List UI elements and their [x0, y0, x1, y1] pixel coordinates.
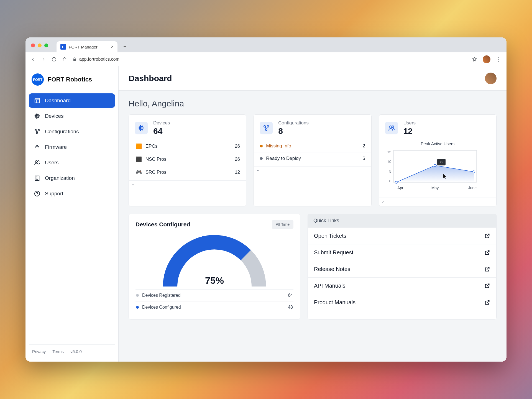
back-icon[interactable] — [30, 57, 35, 62]
sidebar-nav: Dashboard Devices Configurations Firmwar… — [29, 93, 115, 201]
user-avatar[interactable] — [485, 73, 497, 84]
config-row[interactable]: Missing Info2 — [254, 140, 371, 152]
url-display[interactable]: app.fortrobotics.com — [73, 57, 467, 62]
sidebar-item-label: Firmware — [45, 144, 67, 150]
home-icon[interactable] — [62, 57, 67, 62]
external-link-icon — [484, 300, 490, 306]
config-icon — [34, 128, 40, 135]
footer-privacy-link[interactable]: Privacy — [32, 349, 46, 354]
status-dot-neutral-icon — [260, 157, 263, 160]
svg-rect-1 — [36, 115, 39, 118]
svg-text:75%: 75% — [205, 275, 224, 286]
sidebar-item-support[interactable]: Support — [29, 186, 115, 201]
svg-point-17 — [392, 126, 394, 127]
new-tab-button[interactable]: + — [121, 42, 129, 51]
card-title: Configurations — [278, 120, 309, 126]
collapse-toggle[interactable] — [379, 198, 496, 206]
sidebar-item-devices[interactable]: Devices — [29, 109, 115, 123]
device-row[interactable]: 🟧EPCs26 — [129, 140, 246, 153]
config-row[interactable]: Ready to Deploy6 — [254, 152, 371, 165]
star-icon[interactable] — [472, 57, 477, 62]
firmware-icon — [34, 144, 40, 150]
footer-terms-link[interactable]: Terms — [52, 349, 64, 354]
sidebar-item-label: Devices — [45, 113, 64, 119]
src-icon: 🎮 — [135, 169, 143, 175]
chip-icon — [135, 122, 148, 134]
close-tab-icon[interactable]: × — [111, 45, 114, 49]
quicklink-submit-request[interactable]: Submit Request — [308, 244, 496, 261]
svg-rect-0 — [35, 98, 40, 103]
sidebar-item-configurations[interactable]: Configurations — [29, 124, 115, 139]
svg-point-5 — [36, 132, 38, 134]
external-link-icon — [484, 283, 490, 289]
minimize-window-button[interactable] — [38, 44, 42, 47]
legend-row: Devices Registered64 — [135, 289, 293, 301]
svg-rect-12 — [140, 127, 142, 129]
browser-tab[interactable]: F FORT Manager × — [57, 41, 117, 52]
legend-dot-icon — [136, 294, 139, 297]
svg-text:5: 5 — [389, 169, 391, 173]
tab-title: FORT Manager — [69, 45, 98, 49]
brand-logo: FORT — [32, 73, 44, 86]
sidebar-item-users[interactable]: Users — [29, 155, 115, 170]
svg-point-10 — [37, 195, 37, 195]
sidebar: FORT FORT Robotics Dashboard Devices Con… — [25, 66, 119, 362]
brand: FORT FORT Robotics — [29, 73, 115, 92]
browser-tabbar: F FORT Manager × + — [25, 37, 507, 52]
external-link-icon — [484, 266, 490, 272]
svg-rect-11 — [140, 126, 143, 130]
greeting: Hello, Angelina — [129, 99, 497, 108]
device-row[interactable]: 🎮SRC Pros12 — [129, 166, 246, 179]
sidebar-item-organization[interactable]: Organization — [29, 171, 115, 185]
configurations-card: Configurations 8 Missing Info2 Ready to … — [254, 114, 371, 206]
quicklinks-panel: Quick Links Open Tickets Submit Request … — [308, 214, 497, 319]
browser-menu-icon[interactable]: ⋮ — [496, 56, 502, 63]
sidebar-item-firmware[interactable]: Firmware — [29, 140, 115, 154]
browser-address-bar: app.fortrobotics.com ⋮ — [25, 52, 507, 66]
browser-profile-avatar[interactable] — [483, 55, 490, 63]
svg-text:0: 0 — [389, 179, 391, 183]
svg-point-24 — [395, 181, 397, 183]
window-controls — [31, 44, 48, 47]
users-icon — [385, 122, 398, 134]
main: Dashboard Hello, Angelina Devices 64 — [119, 66, 507, 362]
sidebar-item-label: Dashboard — [45, 98, 71, 104]
svg-point-6 — [35, 161, 37, 163]
svg-text:Apr: Apr — [397, 186, 403, 190]
quicklink-product-manuals[interactable]: Product Manuals — [308, 294, 496, 311]
forward-icon[interactable] — [41, 57, 46, 62]
organization-icon — [34, 175, 40, 181]
epc-icon: 🟧 — [135, 143, 143, 149]
time-filter[interactable]: All Time — [272, 220, 293, 229]
svg-point-16 — [390, 126, 392, 128]
device-row[interactable]: ⬛NSC Pros26 — [129, 153, 246, 166]
collapse-toggle[interactable] — [254, 166, 371, 175]
gauge-chart: 75% — [154, 234, 275, 289]
card-count: 64 — [153, 126, 170, 136]
summary-row: Devices 64 🟧EPCs26 ⬛NSC Pros26 🎮SRC Pros… — [129, 114, 497, 206]
peak-users-line-chart: 15 10 5 0 — [385, 148, 479, 195]
sidebar-item-label: Organization — [45, 175, 75, 181]
content: Hello, Angelina Devices 64 🟧EPCs26 — [119, 91, 507, 362]
collapse-toggle[interactable] — [129, 180, 246, 189]
lower-row: Devices Configured All Time 75% Devices … — [129, 214, 497, 319]
chip-icon — [34, 113, 40, 119]
svg-point-25 — [434, 164, 436, 167]
maximize-window-button[interactable] — [44, 44, 48, 47]
close-window-button[interactable] — [31, 44, 35, 47]
users-card: Users 12 Peak Active Users 15 10 5 — [379, 114, 497, 206]
svg-point-15 — [265, 129, 267, 131]
card-title: Devices — [153, 120, 170, 126]
quicklink-open-tickets[interactable]: Open Tickets — [308, 227, 496, 244]
sidebar-item-dashboard[interactable]: Dashboard — [29, 93, 115, 108]
svg-text:8: 8 — [440, 160, 442, 164]
quicklink-release-notes[interactable]: Release Notes — [308, 261, 496, 277]
chevron-up-icon — [131, 183, 135, 187]
quicklink-api-manuals[interactable]: API Manuals — [308, 277, 496, 294]
card-count: 8 — [278, 126, 309, 136]
devices-card: Devices 64 🟧EPCs26 ⬛NSC Pros26 🎮SRC Pros… — [129, 114, 246, 206]
dashboard-icon — [34, 97, 40, 104]
status-dot-warning-icon — [260, 145, 263, 147]
reload-icon[interactable] — [52, 57, 57, 62]
external-link-icon — [484, 233, 490, 239]
